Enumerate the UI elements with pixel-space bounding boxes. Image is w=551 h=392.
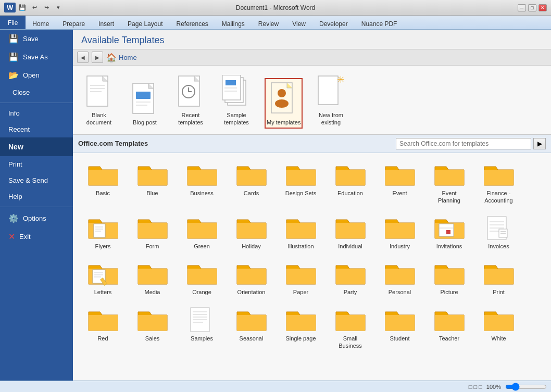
sidebar-item-save[interactable]: 💾 Save xyxy=(0,30,73,48)
grid-item-green[interactable]: Green xyxy=(177,210,227,254)
tab-view[interactable]: View xyxy=(285,18,312,29)
sidebar-item-options[interactable]: ⚙️ Options xyxy=(0,209,73,227)
recent-templates-label: Recenttemplates xyxy=(178,111,203,127)
design-sets-label: Design Sets xyxy=(285,189,316,197)
template-blog[interactable]: Blog post xyxy=(127,78,162,128)
tab-mailings[interactable]: Mailings xyxy=(215,18,252,29)
party-label: Party xyxy=(344,288,357,296)
new-from-existing-label: New fromexisting xyxy=(319,111,343,127)
redo-quick-btn[interactable]: ↪ xyxy=(41,3,52,13)
nav-home-label: Home xyxy=(119,54,137,61)
grid-item-business[interactable]: Business xyxy=(177,157,227,209)
grid-item-teacher[interactable]: Teacher xyxy=(424,302,474,354)
tab-home[interactable]: Home xyxy=(26,18,56,29)
design-sets-folder-icon xyxy=(285,161,317,187)
sample-templates-icon xyxy=(221,73,252,109)
grid-item-industry[interactable]: Industry xyxy=(375,210,424,254)
grid-item-small-business[interactable]: SmallBusiness xyxy=(325,302,375,354)
grid-item-media[interactable]: Media xyxy=(128,256,177,300)
grid-item-event-planning[interactable]: EventPlanning xyxy=(424,157,474,209)
paper-folder-icon xyxy=(285,260,317,286)
template-new-from-existing[interactable]: ✳ New fromexisting xyxy=(313,71,348,129)
grid-item-print[interactable]: Print xyxy=(474,256,523,300)
grid-item-basic[interactable]: Basic xyxy=(78,157,128,209)
grid-item-student[interactable]: Student xyxy=(375,302,424,354)
grid-item-design-sets[interactable]: Design Sets xyxy=(276,157,325,209)
tab-insert[interactable]: Insert xyxy=(92,18,121,29)
search-button[interactable]: ▶ xyxy=(533,138,546,149)
grid-item-orientation[interactable]: Orientation xyxy=(227,256,276,300)
template-recent[interactable]: Recenttemplates xyxy=(173,71,208,129)
grid-item-finance[interactable]: Finance -Accounting xyxy=(474,157,523,209)
grid-item-invitations[interactable]: Invitations xyxy=(424,210,474,254)
tab-review[interactable]: Review xyxy=(252,18,285,29)
close-btn[interactable]: ✕ xyxy=(539,4,547,11)
grid-item-illustration[interactable]: Illustration xyxy=(276,210,325,254)
tab-references[interactable]: References xyxy=(169,18,215,29)
green-folder-icon xyxy=(186,214,218,241)
grid-item-paper[interactable]: Paper xyxy=(276,256,325,300)
save-quick-btn[interactable]: 💾 xyxy=(17,3,28,13)
grid-item-individual[interactable]: Individual xyxy=(325,210,375,254)
sidebar-item-new[interactable]: New xyxy=(0,137,73,156)
grid-item-party[interactable]: Party xyxy=(325,256,375,300)
tab-nuance[interactable]: Nuance PDF xyxy=(355,18,404,29)
invoices-icon xyxy=(483,214,515,241)
template-blank[interactable]: Blankdocument xyxy=(81,71,117,129)
ribbon: File Home Prepare Insert Page Layout Ref… xyxy=(0,16,551,30)
grid-item-samples[interactable]: Samples xyxy=(177,302,227,354)
sidebar-item-open[interactable]: 📂 Open xyxy=(0,66,73,84)
student-folder-icon xyxy=(384,307,416,333)
nav-home[interactable]: 🏠 Home xyxy=(106,53,137,62)
industry-folder-icon xyxy=(384,214,416,241)
template-grid: Basic Blue Business Cards Design Sets xyxy=(73,153,551,392)
event-planning-folder-icon xyxy=(434,161,465,187)
grid-item-orange[interactable]: Orange xyxy=(177,256,227,300)
sidebar-item-info[interactable]: Info xyxy=(0,105,73,121)
grid-item-single-page[interactable]: Single page xyxy=(276,302,325,354)
grid-item-form[interactable]: Form xyxy=(128,210,177,254)
sidebar-item-close[interactable]: Close xyxy=(0,84,73,100)
nav-back-btn[interactable]: ◀ xyxy=(77,52,89,63)
grid-item-seasonal[interactable]: Seasonal xyxy=(227,302,276,354)
template-sample[interactable]: Sampletemplates xyxy=(219,71,254,129)
tab-page-layout[interactable]: Page Layout xyxy=(121,18,169,29)
template-my-templates[interactable]: My templates xyxy=(265,78,303,128)
tab-file[interactable]: File xyxy=(0,16,26,29)
event-planning-label: EventPlanning xyxy=(438,189,460,205)
grid-item-blue[interactable]: Blue xyxy=(128,157,177,209)
grid-item-holiday[interactable]: Holiday xyxy=(227,210,276,254)
grid-item-cards[interactable]: Cards xyxy=(227,157,276,209)
tab-developer[interactable]: Developer xyxy=(312,18,355,29)
svg-rect-33 xyxy=(499,229,507,237)
grid-item-education[interactable]: Education xyxy=(325,157,375,209)
customize-quick-btn[interactable]: ▾ xyxy=(53,3,64,13)
grid-item-flyers[interactable]: Flyers xyxy=(78,210,128,254)
svg-rect-13 xyxy=(226,80,236,85)
grid-item-letters[interactable]: Letters xyxy=(78,256,128,300)
business-label: Business xyxy=(190,189,214,197)
sidebar-item-save-as[interactable]: 💾 Save As xyxy=(0,48,73,66)
grid-item-picture[interactable]: Picture xyxy=(424,256,474,300)
sidebar-item-help[interactable]: Help xyxy=(0,188,73,205)
grid-item-white[interactable]: White xyxy=(474,302,523,354)
tab-prepare[interactable]: Prepare xyxy=(56,18,92,29)
grid-item-invoices[interactable]: Invoices xyxy=(474,210,523,254)
sidebar-item-print[interactable]: Print xyxy=(0,156,73,172)
sidebar-item-exit[interactable]: ✕ Exit xyxy=(0,227,73,246)
sidebar-item-save-send[interactable]: Save & Send xyxy=(0,172,73,188)
maximize-btn[interactable]: □ xyxy=(528,4,536,11)
minimize-btn[interactable]: ─ xyxy=(518,4,526,11)
form-label: Form xyxy=(146,243,159,250)
search-input[interactable] xyxy=(396,138,531,149)
nav-forward-btn[interactable]: ▶ xyxy=(92,52,103,63)
event-label: Event xyxy=(392,189,407,197)
grid-item-event[interactable]: Event xyxy=(375,157,424,209)
grid-item-personal[interactable]: Personal xyxy=(375,256,424,300)
grid-item-red[interactable]: Red xyxy=(78,302,128,354)
sidebar: 💾 Save 💾 Save As 📂 Open Close Info Recen… xyxy=(0,30,73,392)
zoom-slider[interactable] xyxy=(505,383,547,391)
grid-item-sales[interactable]: Sales xyxy=(128,302,177,354)
undo-quick-btn[interactable]: ↩ xyxy=(29,3,40,13)
sidebar-item-recent[interactable]: Recent xyxy=(0,121,73,137)
